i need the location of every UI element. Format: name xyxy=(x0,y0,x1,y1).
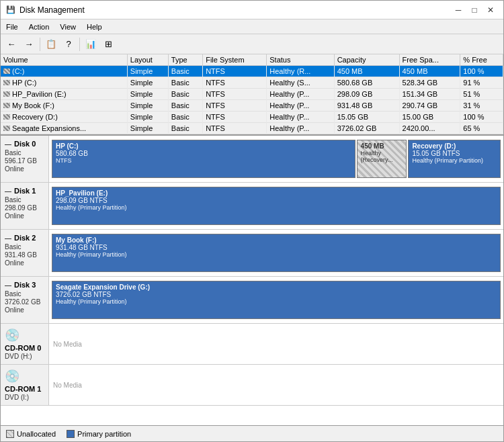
partition[interactable]: My Book (F:) 931.48 GB NTFS Healthy (Pri… xyxy=(52,234,501,272)
cell-capacity: 450 MB xyxy=(334,66,399,77)
col-layout[interactable]: Layout xyxy=(127,54,168,66)
disk-row: — Disk 0 Basic 596.17 GB Online HP (C:) … xyxy=(1,136,503,183)
disk-number: Disk 2 xyxy=(14,234,36,242)
disk-type: Basic xyxy=(5,243,44,251)
disk-row: — Disk 1 Basic 298.09 GB Online HP_Pavil… xyxy=(1,183,503,230)
title-bar: 💾 Disk Management ─ □ ✕ xyxy=(1,1,503,19)
disk-size: 298.09 GB xyxy=(5,204,44,212)
cdrom-type: DVD (H:) xyxy=(5,353,44,360)
cdrom-media-status: No Media xyxy=(49,324,86,364)
disk-status: Online xyxy=(5,306,44,314)
cell-pctfree: 100 % xyxy=(460,66,503,77)
partition[interactable]: Recovery (D:) 15.05 GB NTFS Healthy (Pri… xyxy=(408,140,501,178)
col-freespace[interactable]: Free Spa... xyxy=(399,54,460,66)
cell-capacity: 931.48 GB xyxy=(334,100,399,112)
partition[interactable]: HP_Pavilion (E:) 298.09 GB NTFS Healthy … xyxy=(52,187,501,225)
cell-type: Basic xyxy=(168,66,202,77)
cell-fs: NTFS xyxy=(203,66,267,77)
properties-button[interactable]: 📋 xyxy=(43,36,59,52)
table-row[interactable]: (C:) Simple Basic NTFS Healthy (R... 450… xyxy=(1,66,503,77)
disk-status: Online xyxy=(5,259,44,267)
menu-help[interactable]: Help xyxy=(81,21,108,32)
disk-map-area: — Disk 0 Basic 596.17 GB Online HP (C:) … xyxy=(1,136,503,425)
cell-status: Healthy (R... xyxy=(267,66,334,77)
cell-pctfree: 51 % xyxy=(460,89,503,100)
disk-label: — Disk 2 Basic 931.48 GB Online xyxy=(1,230,49,276)
col-volume[interactable]: Volume xyxy=(1,54,127,66)
forward-button[interactable]: → xyxy=(21,36,37,52)
view-button-2[interactable]: ⊞ xyxy=(100,36,116,52)
content-area: Volume Layout Type File System Status Ca… xyxy=(1,54,503,441)
table-row[interactable]: HP (C:) Simple Basic NTFS Healthy (S... … xyxy=(1,77,503,89)
menu-file[interactable]: File xyxy=(1,21,24,32)
cell-type: Basic xyxy=(168,89,202,100)
table-row[interactable]: HP_Pavilion (E:) Simple Basic NTFS Healt… xyxy=(1,89,503,100)
cell-layout: Simple xyxy=(127,77,168,89)
cdrom-icon: 💿 xyxy=(5,369,44,384)
disk-size: 931.48 GB xyxy=(5,251,44,259)
cell-layout: Simple xyxy=(127,123,168,134)
cell-volume: HP (C:) xyxy=(1,77,127,89)
cell-status: Healthy (P... xyxy=(267,100,334,112)
disk-label: — Disk 1 Basic 298.09 GB Online xyxy=(1,183,49,229)
cell-fs: NTFS xyxy=(203,89,267,100)
cell-status: Healthy (P... xyxy=(267,112,334,123)
table-row[interactable]: Seagate Expansions... Simple Basic NTFS … xyxy=(1,123,503,134)
disk-map[interactable]: — Disk 0 Basic 596.17 GB Online HP (C:) … xyxy=(1,136,503,425)
col-filesystem[interactable]: File System xyxy=(203,54,267,66)
cdrom-row: 💿 CD-ROM 0 DVD (H:) No Media xyxy=(1,324,503,365)
title-bar-left: 💾 Disk Management xyxy=(6,5,85,15)
disk-partitions: My Book (F:) 931.48 GB NTFS Healthy (Pri… xyxy=(49,230,503,276)
legend-primary-label: Primary partition xyxy=(77,430,131,438)
cdrom-id: CD-ROM 1 xyxy=(5,385,44,393)
cell-free: 290.74 GB xyxy=(399,100,460,112)
partition[interactable]: 450 MB Healthy (Recovery... xyxy=(357,140,407,178)
maximize-button[interactable]: □ xyxy=(467,3,482,17)
cell-layout: Simple xyxy=(127,100,168,112)
menu-view[interactable]: View xyxy=(54,21,81,32)
disk-number: Disk 3 xyxy=(14,281,36,289)
help-button[interactable]: ? xyxy=(60,36,77,52)
back-button[interactable]: ← xyxy=(3,36,19,52)
toolbar-separator-2 xyxy=(79,38,80,51)
close-button[interactable]: ✕ xyxy=(483,3,498,17)
app-icon: 💾 xyxy=(6,5,15,15)
menu-action[interactable]: Action xyxy=(24,21,55,32)
partition-name: Seagate Expansion Drive (G:) xyxy=(56,283,497,291)
cell-layout: Simple xyxy=(127,66,168,77)
cell-pctfree: 91 % xyxy=(460,77,503,89)
table-row[interactable]: Recovery (D:) Simple Basic NTFS Healthy … xyxy=(1,112,503,123)
disk-row: — Disk 2 Basic 931.48 GB Online My Book … xyxy=(1,230,503,277)
disk-partitions: Seagate Expansion Drive (G:) 3726.02 GB … xyxy=(49,277,503,323)
cell-status: Healthy (P... xyxy=(267,89,334,100)
disk-status: Online xyxy=(5,165,44,173)
partition-name: My Book (F:) xyxy=(56,236,497,244)
col-status[interactable]: Status xyxy=(267,54,334,66)
toolbar: ← → 📋 ? 📊 ⊞ xyxy=(1,34,503,54)
cell-volume: My Book (F:) xyxy=(1,100,127,112)
partition-status: Healthy (Primary Partition) xyxy=(56,251,497,258)
col-pctfree[interactable]: % Free xyxy=(460,54,503,66)
table-row[interactable]: My Book (F:) Simple Basic NTFS Healthy (… xyxy=(1,100,503,112)
cell-fs: NTFS xyxy=(203,100,267,112)
cell-pctfree: 65 % xyxy=(460,123,503,134)
partition[interactable]: HP (C:) 580.68 GB NTFS xyxy=(52,140,355,178)
volume-icon xyxy=(3,114,10,120)
disk-management-window: 💾 Disk Management ─ □ ✕ File Action View… xyxy=(0,0,504,442)
partition[interactable]: Seagate Expansion Drive (G:) 3726.02 GB … xyxy=(52,281,501,319)
cell-layout: Simple xyxy=(127,89,168,100)
cell-pctfree: 31 % xyxy=(460,100,503,112)
col-capacity[interactable]: Capacity xyxy=(334,54,399,66)
cell-capacity: 15.05 GB xyxy=(334,112,399,123)
cell-fs: NTFS xyxy=(203,77,267,89)
disk-status: Online xyxy=(5,212,44,220)
col-type[interactable]: Type xyxy=(168,54,202,66)
volume-table-container: Volume Layout Type File System Status Ca… xyxy=(1,54,503,136)
view-button-1[interactable]: 📊 xyxy=(83,36,99,52)
legend-unallocated: Unallocated xyxy=(6,430,56,438)
cell-pctfree: 100 % xyxy=(460,112,503,123)
disk-type: Basic xyxy=(5,290,44,298)
partition-size: 580.68 GB xyxy=(56,150,351,157)
cdrom-id: CD-ROM 0 xyxy=(5,344,44,352)
minimize-button[interactable]: ─ xyxy=(451,3,466,17)
